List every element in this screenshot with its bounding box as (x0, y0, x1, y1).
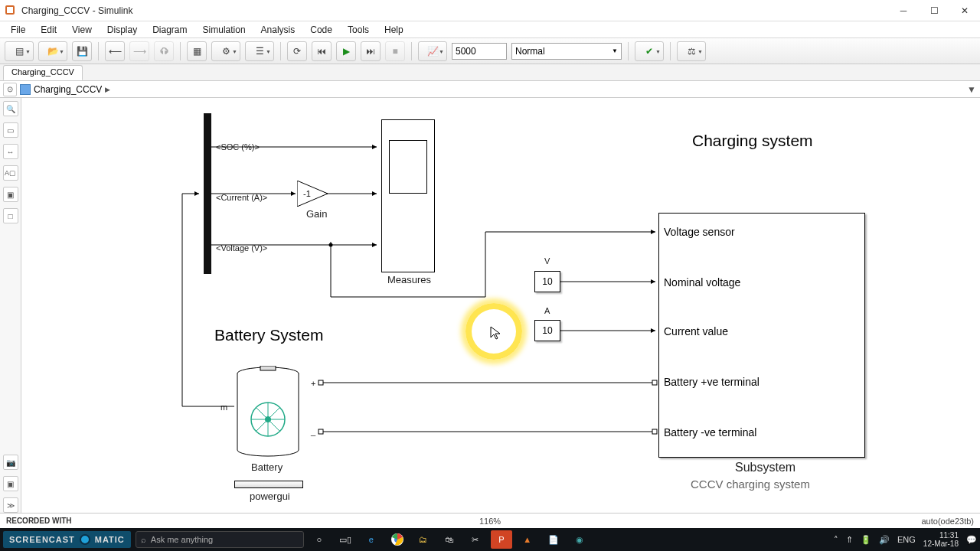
maximize-button[interactable]: ☐ (923, 3, 945, 18)
tray-wifi-icon[interactable]: ⇑ (846, 535, 853, 545)
search-placeholder: Ask me anything (151, 535, 213, 544)
model-explorer-button[interactable]: ☰▼ (245, 41, 274, 61)
svg-rect-20 (318, 380, 323, 385)
up-button[interactable]: ⮉ (154, 41, 174, 61)
model-icon (20, 84, 31, 95)
separator (628, 42, 629, 60)
save-button[interactable]: 💾 (72, 41, 92, 61)
menu-help[interactable]: Help (377, 23, 411, 37)
task-view-icon[interactable]: ▭▯ (335, 530, 356, 549)
app-icon (5, 5, 17, 17)
menu-analysis[interactable]: Analysis (253, 23, 303, 37)
store-icon[interactable]: 🛍 (439, 530, 460, 549)
stop-button[interactable]: ■ (385, 41, 405, 61)
separator (670, 42, 671, 60)
minimize-button[interactable]: ─ (893, 3, 914, 18)
fit-button[interactable]: ▭ (3, 122, 18, 138)
cortana-icon[interactable]: ○ (309, 530, 330, 549)
open-button[interactable]: 📂▼ (38, 41, 67, 61)
toolbar: ▤▼ 📂▼ 💾 ⟵ ⟶ ⮉ ▦ ⚙▼ ☰▼ ⟳ ⏮ ▶ ⏭ ■ 📈▼ Norma… (0, 38, 980, 64)
menu-edit[interactable]: Edit (33, 23, 64, 37)
zoom-level: 116% (479, 517, 501, 526)
forward-button[interactable]: ⟶ (129, 41, 149, 61)
collapse-button[interactable]: ≫ (3, 497, 18, 513)
close-button[interactable]: ✕ (954, 3, 975, 18)
stop-time-input[interactable] (452, 43, 507, 60)
step-forward-button[interactable]: ⏭ (361, 41, 381, 61)
image-button[interactable]: ▣ (3, 187, 18, 202)
build-button[interactable]: ⚖▼ (677, 41, 706, 61)
sim-mode-dropdown[interactable]: Normal▼ (511, 43, 622, 60)
svg-rect-1 (7, 7, 13, 13)
window-titlebar: Charging_CCCV - Simulink ─ ☐ ✕ (0, 0, 980, 21)
tray-time: 11:31 (923, 531, 959, 540)
tray-up-icon[interactable]: ˄ (834, 535, 838, 545)
svg-marker-17 (651, 230, 655, 234)
notepad-icon[interactable]: 📄 (543, 530, 564, 549)
zoom-button[interactable]: 🔍 (3, 101, 18, 116)
back-button[interactable]: ⟵ (105, 41, 125, 61)
pan-button[interactable]: ↔ (3, 144, 18, 159)
model-canvas[interactable]: <SOC (%)> <Current (A)> <Voltage (V)> -1… (21, 98, 980, 513)
tray-clock[interactable]: 11:31 12-Mar-18 (923, 531, 959, 548)
screencast-badge: SCREENCAST MATIC (3, 531, 131, 548)
search-icon: ⌕ (141, 535, 146, 544)
data-inspector-button[interactable]: 📈▼ (418, 41, 447, 61)
menu-tools[interactable]: Tools (340, 23, 377, 37)
separator (98, 42, 99, 60)
breadcrumb-dropdown[interactable]: ▼ (966, 84, 977, 95)
file-explorer-icon[interactable]: 🗂 (413, 530, 434, 549)
separator (411, 42, 412, 60)
tray-date: 12-Mar-18 (923, 540, 959, 548)
step-back-button[interactable]: ⏮ (312, 41, 332, 61)
tray-volume-icon[interactable]: 🔊 (879, 535, 890, 545)
breadcrumb[interactable]: Charging_CCCV (34, 84, 102, 95)
taskbar: SCREENCAST MATIC ⌕ Ask me anything ○ ▭▯ … (0, 528, 980, 551)
menu-view[interactable]: View (64, 23, 100, 37)
area-button[interactable]: □ (3, 208, 18, 223)
update-diagram-button[interactable]: ⟳ (287, 41, 307, 61)
chrome-icon[interactable] (387, 530, 408, 549)
tray-battery-icon[interactable]: 🔋 (861, 535, 871, 545)
tray-lang[interactable]: ENG (897, 535, 916, 544)
new-model-button[interactable]: ▤▼ (5, 41, 34, 61)
matlab-icon[interactable]: ▲ (517, 530, 538, 549)
svg-rect-23 (652, 429, 657, 434)
groove-icon[interactable]: ◉ (569, 530, 590, 549)
snip-icon[interactable]: ✂ (465, 530, 486, 549)
powerpoint-icon[interactable]: P (491, 530, 512, 549)
system-tray: ˄ ⇑ 🔋 🔊 ENG 11:31 12-Mar-18 💬 (834, 531, 977, 548)
svg-marker-14 (372, 191, 377, 196)
menu-code[interactable]: Code (302, 23, 340, 37)
separator (280, 42, 281, 60)
model-tab[interactable]: Charging_CCCV (3, 65, 83, 80)
svg-marker-19 (651, 328, 655, 333)
solver-label: auto(ode23tb) (922, 517, 975, 526)
screenshot-button[interactable]: 📷 (3, 455, 18, 470)
menu-display[interactable]: Display (100, 23, 145, 37)
svg-rect-21 (652, 380, 657, 385)
hide-browser-button[interactable]: ⊙ (3, 83, 17, 96)
sim-mode-label: Normal (515, 46, 545, 57)
record-button[interactable]: ▣ (3, 476, 18, 491)
status-bar: RECORDED WITH 116% auto(ode23tb) (0, 513, 980, 528)
menu-bar: File Edit View Display Diagram Simulatio… (0, 21, 980, 38)
edge-icon[interactable]: e (361, 530, 382, 549)
svg-marker-11 (194, 191, 199, 196)
tray-notifications-icon[interactable]: 💬 (966, 535, 977, 545)
svg-marker-18 (651, 279, 655, 284)
menu-diagram[interactable]: Diagram (145, 23, 194, 37)
breadcrumb-arrow-icon[interactable]: ▶ (105, 86, 110, 93)
annotation-button[interactable]: A▢ (3, 165, 18, 181)
run-button[interactable]: ▶ (336, 41, 356, 61)
menu-file[interactable]: File (3, 23, 33, 37)
svg-marker-15 (372, 243, 377, 247)
model-config-button[interactable]: ⚙▼ (211, 41, 240, 61)
menu-simulation[interactable]: Simulation (195, 23, 253, 37)
taskbar-search[interactable]: ⌕ Ask me anything (136, 531, 304, 548)
check-button[interactable]: ✔▼ (635, 41, 664, 61)
library-browser-button[interactable]: ▦ (187, 41, 207, 61)
scm-dot-icon (80, 534, 90, 545)
scm-text-1: SCREENCAST (9, 535, 75, 544)
palette: 🔍 ▭ ↔ A▢ ▣ □ 📷 ▣ ≫ (0, 98, 21, 513)
